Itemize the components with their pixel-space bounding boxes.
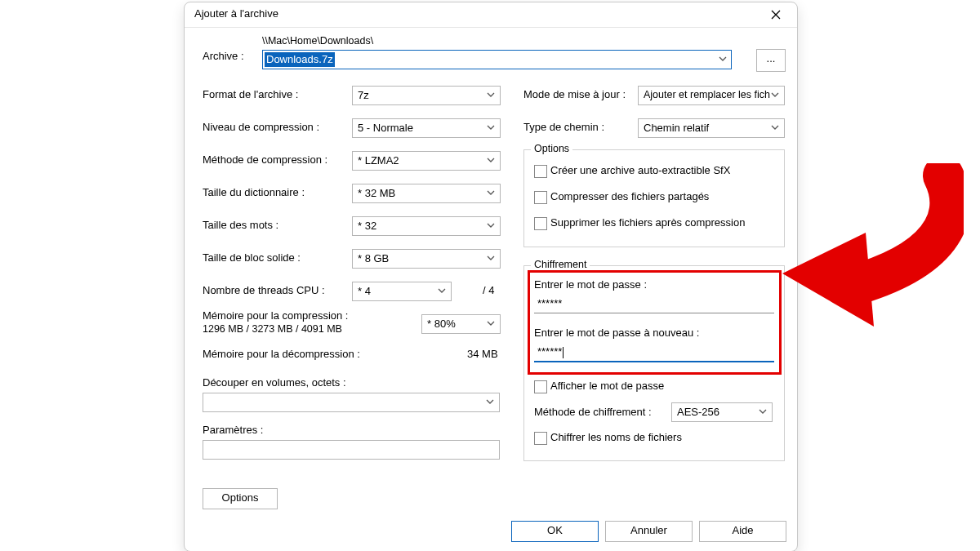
encnames-label: Chiffrer les noms de fichiers bbox=[550, 431, 682, 443]
chevron-down-icon bbox=[486, 220, 496, 233]
sfx-label: Créer une archive auto-extractible SfX bbox=[550, 164, 730, 176]
memdecomp-label: Mémoire pour la décompression : bbox=[203, 348, 360, 360]
split-label: Découper en volumes, octets : bbox=[203, 376, 346, 389]
block-label: Taille de bloc solide : bbox=[203, 251, 301, 264]
delete-label: Supprimer les fichiers après compression bbox=[550, 216, 745, 229]
encnames-checkbox[interactable] bbox=[534, 432, 547, 445]
pathmode-combo[interactable]: Chemin relatif bbox=[638, 118, 785, 138]
chevron-down-icon bbox=[486, 90, 496, 102]
options-button[interactable]: Options bbox=[203, 488, 278, 509]
chevron-down-icon bbox=[770, 122, 780, 135]
chevron-down-icon bbox=[486, 188, 496, 200]
archive-path: \\Mac\Home\Downloads\ bbox=[262, 35, 373, 47]
annotation-red-box bbox=[528, 270, 782, 375]
memdecomp-value: 34 MB bbox=[467, 348, 498, 360]
chevron-down-icon bbox=[486, 253, 496, 265]
chevron-down-icon bbox=[718, 54, 728, 66]
format-combo[interactable]: 7z bbox=[352, 86, 501, 105]
memcomp-meta: 1296 MB / 3273 MB / 4091 MB bbox=[203, 323, 342, 335]
threads-combo[interactable]: * 4 bbox=[352, 282, 452, 301]
shared-checkbox[interactable] bbox=[534, 191, 547, 204]
shared-label: Compresser des fichiers partagés bbox=[550, 190, 709, 202]
options-group: Options Créer une archive auto-extractib… bbox=[523, 149, 785, 247]
params-label: Paramètres : bbox=[203, 424, 263, 436]
showpw-label: Afficher le mot de passe bbox=[550, 380, 664, 392]
word-combo[interactable]: * 32 bbox=[352, 216, 501, 236]
memcomp-label: Mémoire pour la compression : bbox=[203, 309, 348, 322]
word-label: Taille des mots : bbox=[203, 219, 278, 231]
chevron-down-icon bbox=[485, 397, 495, 409]
update-combo[interactable]: Ajouter et remplacer les fich bbox=[638, 86, 785, 105]
encmethod-combo[interactable]: AES-256 bbox=[671, 402, 773, 422]
format-label: Format de l'archive : bbox=[203, 88, 298, 100]
showpw-checkbox[interactable] bbox=[534, 380, 547, 393]
sfx-checkbox[interactable] bbox=[534, 165, 547, 178]
ok-button[interactable]: OK bbox=[511, 521, 599, 542]
pathmode-label: Type de chemin : bbox=[523, 121, 604, 133]
encryption-legend: Chiffrement bbox=[531, 259, 590, 270]
window-title: Ajouter à l'archive bbox=[194, 7, 278, 20]
dict-combo[interactable]: * 32 MB bbox=[352, 184, 501, 203]
chevron-down-icon bbox=[486, 122, 496, 135]
archive-filename-selected: Downloads.7z bbox=[265, 52, 335, 67]
annotation-arrow-icon bbox=[768, 163, 964, 327]
method-combo[interactable]: * LZMA2 bbox=[352, 151, 501, 171]
dialog-window: Ajouter à l'archive Archive : \\Mac\Home… bbox=[184, 2, 798, 551]
dict-label: Taille du dictionnaire : bbox=[203, 186, 305, 198]
delete-checkbox[interactable] bbox=[534, 217, 547, 230]
chevron-down-icon bbox=[770, 90, 780, 102]
method-label: Méthode de compression : bbox=[203, 153, 327, 166]
level-combo[interactable]: 5 - Normale bbox=[352, 118, 501, 138]
titlebar: Ajouter à l'archive bbox=[185, 2, 797, 28]
encmethod-label: Méthode de chiffrement : bbox=[534, 406, 652, 418]
update-label: Mode de mise à jour : bbox=[523, 88, 626, 100]
level-label: Niveau de compression : bbox=[203, 121, 319, 133]
chevron-down-icon bbox=[486, 155, 496, 167]
threads-label: Nombre de threads CPU : bbox=[203, 284, 325, 296]
chevron-down-icon bbox=[437, 286, 447, 298]
archive-name-combo[interactable]: Downloads.7z bbox=[262, 50, 732, 69]
memcomp-combo[interactable]: * 80% bbox=[421, 314, 501, 334]
archive-label: Archive : bbox=[203, 50, 244, 62]
svg-marker-0 bbox=[782, 233, 874, 327]
browse-button[interactable]: ... bbox=[756, 49, 786, 72]
block-combo[interactable]: * 8 GB bbox=[352, 249, 501, 269]
chevron-down-icon bbox=[486, 318, 496, 331]
options-legend: Options bbox=[531, 143, 572, 154]
close-icon bbox=[771, 10, 781, 20]
help-button[interactable]: Aide bbox=[699, 521, 786, 542]
split-combo[interactable] bbox=[203, 393, 500, 412]
cancel-button[interactable]: Annuler bbox=[605, 521, 693, 542]
close-button[interactable] bbox=[760, 5, 792, 24]
params-input[interactable] bbox=[203, 440, 500, 460]
chevron-down-icon bbox=[758, 407, 768, 419]
threads-max: / 4 bbox=[483, 284, 494, 296]
